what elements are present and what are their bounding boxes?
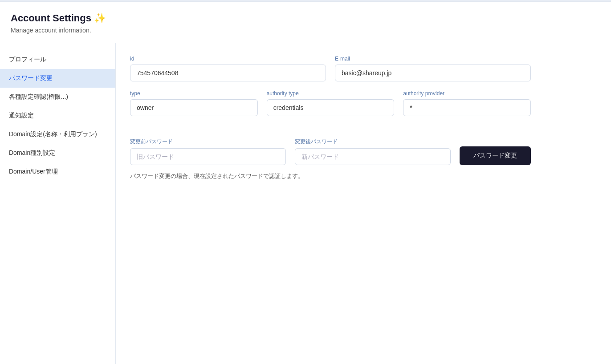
sidebar-item-profile[interactable]: プロフィール — [0, 50, 115, 69]
main-content: id E-mail type authority type — [116, 43, 611, 364]
sidebar: プロフィール パスワード変更 各種設定確認(権限...) 通知設定 Domain… — [0, 43, 116, 364]
authority-type-label: authority type — [267, 90, 395, 97]
authority-provider-label: authority provider — [403, 90, 531, 97]
authority-type-input[interactable] — [267, 99, 395, 116]
page-subtitle: Manage account information. — [11, 27, 600, 34]
type-group: type — [130, 90, 258, 116]
new-password-group: 変更後パスワード — [295, 138, 451, 165]
id-input[interactable] — [130, 65, 326, 81]
account-form: id E-mail type authority type — [130, 56, 531, 180]
sidebar-item-settings[interactable]: 各種設定確認(権限...) — [0, 88, 115, 106]
sidebar-item-domain-settings[interactable]: Domain設定(名称・利用プラン) — [0, 125, 115, 144]
email-group: E-mail — [335, 56, 531, 81]
page-wrapper: Account Settings ✨ Manage account inform… — [0, 0, 611, 364]
sidebar-item-domain-user[interactable]: Domain/User管理 — [0, 162, 115, 181]
email-label: E-mail — [335, 56, 531, 62]
page-title: Account Settings ✨ — [11, 12, 600, 24]
old-password-label: 変更前パスワード — [130, 138, 286, 146]
old-password-input[interactable] — [130, 148, 286, 165]
sidebar-item-password[interactable]: パスワード変更 — [0, 69, 115, 88]
sidebar-item-notifications[interactable]: 通知設定 — [0, 106, 115, 125]
new-password-label: 変更後パスワード — [295, 138, 451, 146]
type-label: type — [130, 90, 258, 97]
password-section: 変更前パスワード 変更後パスワード パスワード変更 パスワード変更の場合、現在設… — [130, 138, 531, 180]
email-input[interactable] — [335, 65, 531, 81]
old-password-group: 変更前パスワード — [130, 138, 286, 165]
type-row: type authority type authority provider — [130, 90, 531, 116]
page-header: Account Settings ✨ Manage account inform… — [0, 2, 611, 43]
authority-type-group: authority type — [267, 90, 395, 116]
id-group: id — [130, 56, 326, 81]
section-divider — [130, 127, 531, 127]
change-password-button[interactable]: パスワード変更 — [460, 146, 531, 165]
id-label: id — [130, 56, 326, 62]
sidebar-item-domain-type[interactable]: Domain種別設定 — [0, 144, 115, 162]
type-input[interactable] — [130, 99, 258, 116]
content-layout: プロフィール パスワード変更 各種設定確認(権限...) 通知設定 Domain… — [0, 43, 611, 364]
authority-provider-group: authority provider — [403, 90, 531, 116]
new-password-input[interactable] — [295, 148, 451, 165]
id-email-row: id E-mail — [130, 56, 531, 81]
password-row: 変更前パスワード 変更後パスワード パスワード変更 — [130, 138, 531, 165]
authority-provider-input[interactable] — [403, 99, 531, 116]
password-help-text: パスワード変更の場合、現在設定されたパスワードで認証します。 — [130, 172, 531, 180]
